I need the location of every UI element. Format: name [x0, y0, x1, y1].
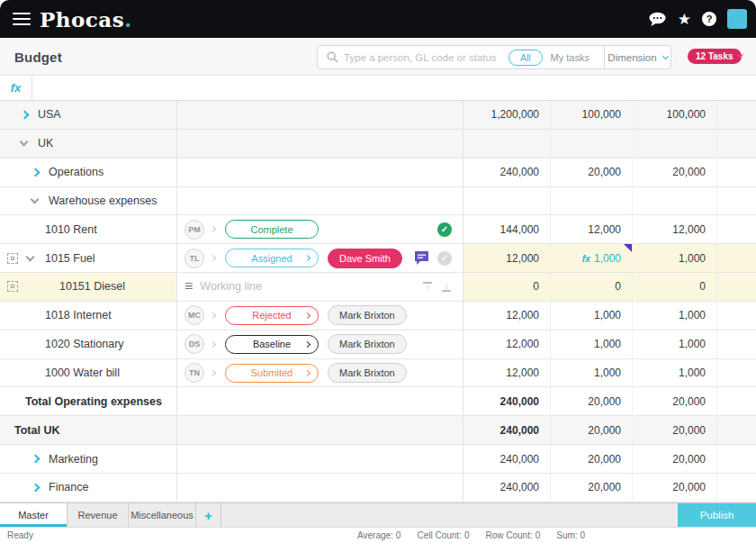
row-label[interactable]: Marketing: [49, 453, 98, 466]
cell-value[interactable]: 1,000: [633, 330, 717, 359]
cell-value[interactable]: 100,000: [633, 101, 717, 130]
cell-value[interactable]: [551, 187, 633, 216]
cell-value[interactable]: 20,000: [551, 445, 633, 474]
cell-value[interactable]: [633, 187, 717, 216]
collapse-chevron-down-icon[interactable]: [20, 138, 29, 147]
chevron-right-icon[interactable]: [210, 369, 216, 376]
assignee-pill[interactable]: Dave Smith: [328, 249, 402, 268]
row-label[interactable]: USA: [38, 108, 61, 121]
cell-value[interactable]: 144,000: [464, 215, 551, 244]
dimension-dropdown[interactable]: Dimension: [604, 46, 670, 68]
expand-chevron-right-icon[interactable]: [32, 483, 40, 492]
assignee-pill[interactable]: Mark Brixton: [328, 363, 407, 383]
cell-value[interactable]: 240,000: [464, 474, 551, 502]
chat-icon[interactable]: [648, 12, 667, 27]
row-label[interactable]: 1000 Water bill: [45, 367, 120, 379]
status-pill-complete[interactable]: Complete: [225, 220, 319, 239]
status-pill-submited[interactable]: Submited: [225, 364, 319, 383]
cell-value[interactable]: 0: [464, 273, 551, 302]
cell-value[interactable]: 20,000: [633, 387, 717, 416]
cell-value[interactable]: 20,000: [633, 158, 717, 187]
formula-cell[interactable]: fx1,000: [551, 244, 633, 273]
grid-selection-icon[interactable]: [7, 281, 18, 292]
publish-button[interactable]: Publish: [678, 503, 756, 527]
expand-chevron-right-icon[interactable]: [21, 110, 30, 119]
cell-value[interactable]: 240,000: [464, 416, 551, 445]
cell-value[interactable]: 12,000: [551, 215, 633, 244]
cell-value[interactable]: 20,000: [551, 416, 633, 445]
chevron-right-icon[interactable]: [210, 312, 216, 319]
collapse-chevron-down-icon[interactable]: [26, 252, 35, 261]
row-label[interactable]: 1010 Rent: [45, 223, 97, 236]
row-label[interactable]: 1018 Internet: [45, 309, 112, 321]
assignee-pill[interactable]: Mark Brixton: [328, 334, 407, 354]
cell-value[interactable]: 20,000: [551, 387, 633, 416]
cell-value[interactable]: 12,000: [633, 215, 717, 244]
avatar-initials[interactable]: DS: [184, 334, 204, 354]
status-pill-rejected[interactable]: Rejected: [225, 306, 319, 325]
row-label[interactable]: Operations: [49, 166, 104, 178]
comment-icon[interactable]: [414, 251, 429, 265]
user-avatar[interactable]: [727, 9, 747, 29]
filter-my-tasks-button[interactable]: My tasks: [551, 52, 590, 63]
cell-value[interactable]: 12,000: [464, 359, 551, 388]
complete-check-icon[interactable]: ✓: [437, 222, 452, 237]
cell-value[interactable]: 12,000: [464, 302, 551, 330]
cell-value[interactable]: 100,000: [551, 101, 633, 130]
chevron-right-icon[interactable]: [210, 341, 216, 348]
cell-value[interactable]: 12,000: [464, 244, 551, 273]
avatar-initials[interactable]: PM: [184, 220, 204, 240]
cell-value[interactable]: 1,000: [633, 244, 717, 273]
cell-value[interactable]: 0: [633, 273, 717, 302]
cell-value[interactable]: [633, 130, 717, 158]
tab-revenue[interactable]: Revenue: [68, 503, 129, 527]
avatar-initials[interactable]: TL: [184, 249, 204, 268]
add-sheet-button[interactable]: +: [196, 503, 221, 527]
favorites-star-icon[interactable]: ★: [678, 12, 691, 27]
upload-icon[interactable]: ↑: [422, 282, 433, 292]
help-icon[interactable]: ?: [702, 12, 716, 26]
cell-value[interactable]: 1,200,000: [464, 101, 551, 130]
cell-value[interactable]: 1,000: [633, 359, 717, 388]
row-label[interactable]: UK: [38, 137, 53, 149]
expand-chevron-right-icon[interactable]: [32, 455, 40, 464]
tab-master[interactable]: Master: [0, 503, 68, 527]
cell-value[interactable]: 240,000: [464, 445, 551, 474]
cell-value[interactable]: 20,000: [551, 158, 633, 187]
assignee-pill[interactable]: Mark Brixton: [328, 305, 407, 325]
cell-value[interactable]: 1,000: [551, 302, 633, 330]
row-label[interactable]: Warehouse expenses: [49, 195, 157, 207]
grid-selection-icon[interactable]: [7, 253, 18, 264]
collapse-chevron-down-icon[interactable]: [31, 195, 40, 204]
avatar-initials[interactable]: MC: [184, 305, 204, 325]
cell-value[interactable]: 0: [551, 273, 633, 302]
cell-value[interactable]: 1,000: [551, 359, 633, 388]
status-pill-assigned[interactable]: Assigned: [225, 249, 319, 267]
search-input[interactable]: [344, 52, 508, 63]
cell-value[interactable]: 20,000: [633, 474, 717, 502]
cell-value[interactable]: 20,000: [551, 474, 633, 502]
cell-value[interactable]: [551, 130, 633, 158]
avatar-initials[interactable]: TN: [184, 363, 204, 383]
cell-value[interactable]: 1,000: [633, 302, 717, 330]
tab-miscellaneous[interactable]: Miscellaneous: [129, 503, 196, 527]
chevron-right-icon[interactable]: [210, 226, 216, 232]
menu-icon[interactable]: [13, 9, 31, 29]
cell-value[interactable]: 12,000: [464, 330, 551, 359]
formula-input[interactable]: [32, 76, 756, 100]
chevron-right-icon[interactable]: [210, 255, 216, 261]
cell-value[interactable]: 240,000: [464, 158, 551, 187]
cell-value[interactable]: 240,000: [464, 387, 551, 416]
cell-value[interactable]: 20,000: [633, 445, 717, 474]
status-pill-baseline[interactable]: Baseline: [225, 335, 319, 354]
expand-chevron-right-icon[interactable]: [32, 167, 40, 176]
row-label[interactable]: 10151 Diesel: [59, 280, 125, 293]
cell-value[interactable]: [464, 130, 551, 158]
cell-value[interactable]: 1,000: [551, 330, 633, 359]
check-icon-disabled[interactable]: ✓: [437, 251, 452, 266]
row-label[interactable]: Finance: [49, 481, 88, 493]
working-line-placeholder[interactable]: Working line: [200, 280, 262, 293]
cell-value[interactable]: [464, 187, 551, 216]
filter-all-button[interactable]: All: [508, 50, 543, 66]
row-label[interactable]: 1020 Stationary: [45, 338, 124, 350]
